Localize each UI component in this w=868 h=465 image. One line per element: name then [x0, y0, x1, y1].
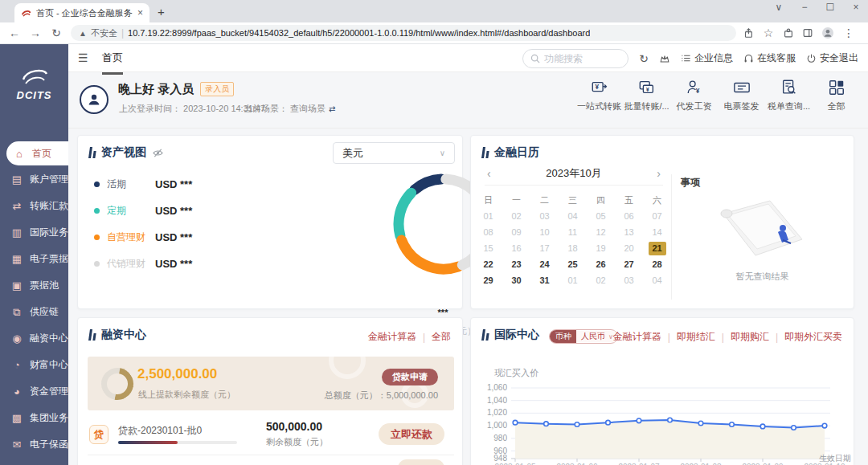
calendar-day[interactable]: 26	[587, 256, 615, 272]
selected-day[interactable]: 21	[649, 242, 666, 255]
extensions-puzzle-icon[interactable]	[783, 27, 794, 39]
calendar-day[interactable]: 02	[502, 208, 530, 224]
calendar-day[interactable]: 08	[474, 224, 502, 240]
window-maximize-icon[interactable]: ☐	[825, 2, 836, 13]
theme-skin-icon[interactable]	[659, 53, 670, 64]
total-quota-label: 总额度（元）：5,000,000.00	[325, 390, 438, 402]
link-0[interactable]: 金融计算器	[613, 330, 661, 344]
window-dropdown-icon[interactable]: ∨	[773, 2, 784, 13]
calendar-day[interactable]: 30	[502, 272, 530, 288]
new-tab-button[interactable]: +	[158, 5, 165, 18]
calendar-day[interactable]: 12	[587, 224, 615, 240]
logout-link[interactable]: 安全退出	[806, 51, 858, 65]
sidebar-item-transfer[interactable]: ⇄转账汇款	[0, 193, 68, 219]
calendar-day[interactable]: 02	[587, 272, 615, 288]
sidebar-item-funds[interactable]: ◕资金管理	[0, 378, 68, 405]
url-bar[interactable]: ▲ 不安全 | 10.7.19.22:8999/fpaas_bucket/941…	[71, 25, 736, 41]
link-0[interactable]: 金融计算器	[368, 330, 416, 344]
collapse-menu-icon[interactable]: ☰	[78, 51, 88, 64]
sidebar-item-international[interactable]: ▥国际业务	[0, 219, 68, 246]
quick-action-one-stop-transfer[interactable]: ¥一站式转账	[575, 79, 623, 112]
calendar-day[interactable]: 20	[615, 240, 643, 256]
enterprise-info-link[interactable]: 企业信息	[681, 51, 733, 65]
link-3[interactable]: 即期外汇买卖	[784, 330, 842, 344]
intl-links: 金融计算器|即期结汇|即期购汇|即期外汇买卖	[613, 330, 842, 344]
refresh-icon[interactable]: ↻	[639, 52, 649, 65]
sidebar-item-financing[interactable]: ◉融资中心	[0, 325, 68, 352]
calendar-day[interactable]: 29	[474, 272, 502, 288]
calendar-next-icon[interactable]: ›	[654, 167, 663, 180]
calendar-day[interactable]: 05	[587, 208, 615, 224]
sidebar-item-label: 转账汇款	[30, 199, 68, 213]
calendar-day-selected[interactable]: 21	[643, 240, 671, 256]
calendar-day[interactable]: 13	[615, 224, 643, 240]
calendar-day[interactable]: 28	[643, 256, 671, 272]
sidebar-item-wealth[interactable]: ◔财富中心	[0, 352, 68, 378]
calendar-day[interactable]: 09	[502, 224, 530, 240]
function-search[interactable]	[522, 49, 628, 68]
calendar-day[interactable]: 04	[559, 208, 587, 224]
bookmark-star-icon[interactable]: ☆	[762, 27, 775, 39]
calendar-day[interactable]: 17	[530, 240, 559, 256]
sidebar-item-supply-chain[interactable]: ⧉供应链	[0, 299, 68, 325]
window-close-icon[interactable]: ×	[850, 2, 862, 13]
tab-home[interactable]: 首页	[102, 51, 123, 75]
loan-apply-button[interactable]: 贷款申请	[382, 369, 438, 385]
link-1[interactable]: 即期结汇	[677, 330, 715, 344]
sidebar-item-bill-pool[interactable]: ▣票据池	[0, 272, 68, 299]
calendar-day[interactable]: 10	[530, 224, 559, 240]
quick-action-payroll[interactable]: ¥代发工资	[670, 79, 718, 112]
search-input[interactable]	[544, 53, 616, 64]
calendar-day[interactable]: 24	[530, 256, 559, 272]
sidebar-item-group[interactable]: ▩集团业务	[0, 405, 68, 431]
link-2[interactable]: 即期购汇	[731, 330, 769, 344]
calendar-day[interactable]: 16	[502, 240, 530, 256]
calendar-day[interactable]: 06	[615, 208, 643, 224]
quick-action-batch-transfer[interactable]: ¥批量转账/...	[623, 79, 670, 112]
calendar-day[interactable]: 15	[474, 240, 502, 256]
side-panel-icon[interactable]	[802, 27, 813, 39]
currency-select[interactable]: 美元 ∨	[333, 142, 455, 164]
repay-now-button[interactable]: 立即还款	[379, 423, 444, 445]
calendar-day[interactable]: 07	[643, 208, 671, 224]
back-icon[interactable]: ←	[8, 27, 21, 39]
sidebar-item-home[interactable]: ⌂首页	[6, 141, 68, 165]
sidebar-item-guarantee[interactable]: ✉电子保函	[0, 431, 68, 458]
calendar-day[interactable]: 18	[559, 240, 587, 256]
quick-action-tax-query[interactable]: 税单查询...	[765, 79, 813, 112]
calendar-day[interactable]: 03	[615, 272, 643, 288]
calendar-day[interactable]: 22	[474, 256, 502, 272]
chrome-menu-icon[interactable]: ⋮	[842, 27, 855, 39]
sidebar-item-e-bill[interactable]: ▦电子票据	[0, 246, 68, 272]
link-1[interactable]: 全部	[432, 330, 451, 344]
calendar-day[interactable]: 31	[530, 272, 559, 288]
tab-close-icon[interactable]: ×	[137, 7, 143, 18]
quick-action-all-apps[interactable]: 全部	[813, 79, 860, 112]
calendar-day[interactable]: 19	[587, 240, 615, 256]
profile-avatar-icon[interactable]	[821, 27, 834, 39]
quick-action-label: 一站式转账	[577, 100, 621, 112]
calendar-day[interactable]: 04	[643, 272, 671, 288]
calendar-day[interactable]: 11	[559, 224, 587, 240]
currency-type-tag[interactable]: 币种 人民币∨	[549, 329, 618, 344]
calendar-day[interactable]: 01	[474, 208, 502, 224]
eye-off-icon[interactable]	[152, 148, 164, 158]
loan-badge: 贷	[89, 425, 108, 444]
share-icon[interactable]	[743, 27, 754, 39]
online-service-link[interactable]: 在线客服	[743, 51, 796, 65]
window-minimize-icon[interactable]: −	[799, 2, 810, 13]
reload-icon[interactable]: ↻	[50, 27, 63, 39]
scene-switch-icon[interactable]: ⇄	[329, 104, 335, 113]
calendar-day[interactable]: 27	[615, 256, 643, 272]
sidebar-item-account[interactable]: ▤账户管理	[0, 166, 68, 193]
partial-next-row-button[interactable]	[398, 459, 444, 465]
calendar-day[interactable]: 03	[530, 208, 559, 224]
browser-tab[interactable]: 首页 - 企业综合金融服务平台 ×	[14, 3, 149, 22]
calendar-day[interactable]: 23	[502, 256, 530, 272]
calendar-day[interactable]: 25	[559, 256, 587, 272]
quick-action-e-draft-issue[interactable]: 电票签发	[718, 79, 765, 112]
calendar-day[interactable]: 14	[643, 224, 671, 240]
calendar-prev-icon[interactable]: ‹	[485, 167, 493, 180]
forward-icon[interactable]: →	[29, 27, 42, 39]
calendar-day[interactable]: 01	[559, 272, 587, 288]
